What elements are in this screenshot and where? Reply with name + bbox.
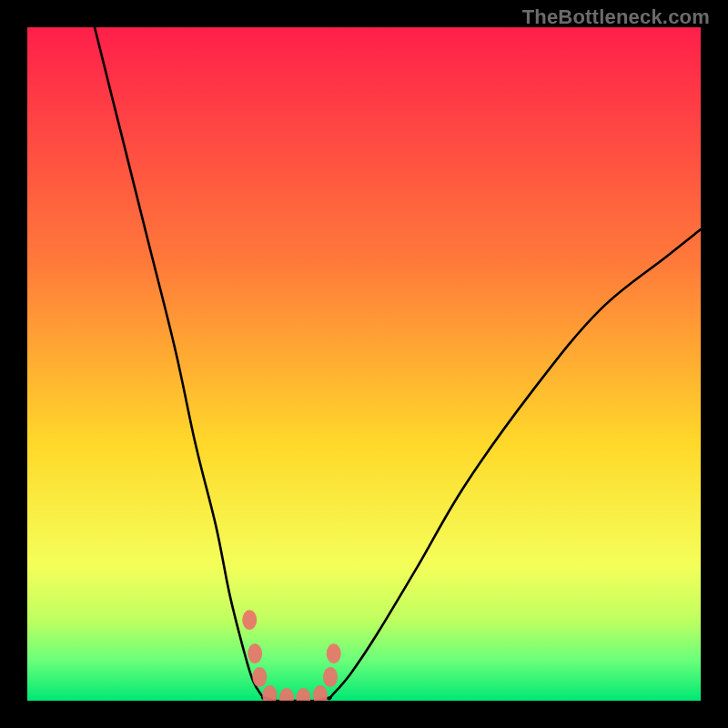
valley-marker-3 xyxy=(296,688,310,701)
right-marker-upper xyxy=(327,643,341,663)
plot-area xyxy=(27,27,701,701)
left-marker-upper xyxy=(242,610,257,630)
bottleneck-curve xyxy=(95,27,701,701)
watermark-text: TheBottleneck.com xyxy=(522,5,710,29)
valley-marker-1 xyxy=(262,685,277,701)
chart-frame: TheBottleneck.com xyxy=(0,0,728,728)
left-marker-mid xyxy=(248,643,262,663)
left-marker-lower xyxy=(252,667,267,687)
valley-marker-4 xyxy=(313,685,328,701)
valley-marker-2 xyxy=(279,688,294,701)
right-marker-lower xyxy=(323,667,338,687)
curve-layer xyxy=(27,27,701,701)
